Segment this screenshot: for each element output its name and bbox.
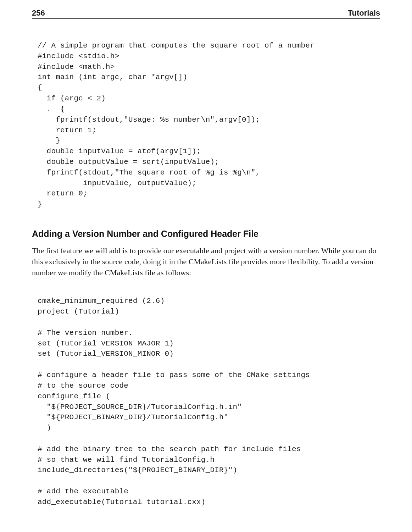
code-block-c-program: // A simple program that computes the sq… bbox=[38, 40, 380, 210]
page-number: 256 bbox=[32, 9, 45, 18]
code-block-cmakelists: cmake_minimum_required (2.6) project (Tu… bbox=[38, 296, 380, 507]
section-paragraph: The first feature we will add is to prov… bbox=[32, 245, 380, 278]
section-heading: Adding a Version Number and Configured H… bbox=[32, 229, 380, 239]
page-header: 256 Tutorials bbox=[32, 9, 380, 19]
page-category: Tutorials bbox=[348, 9, 380, 18]
